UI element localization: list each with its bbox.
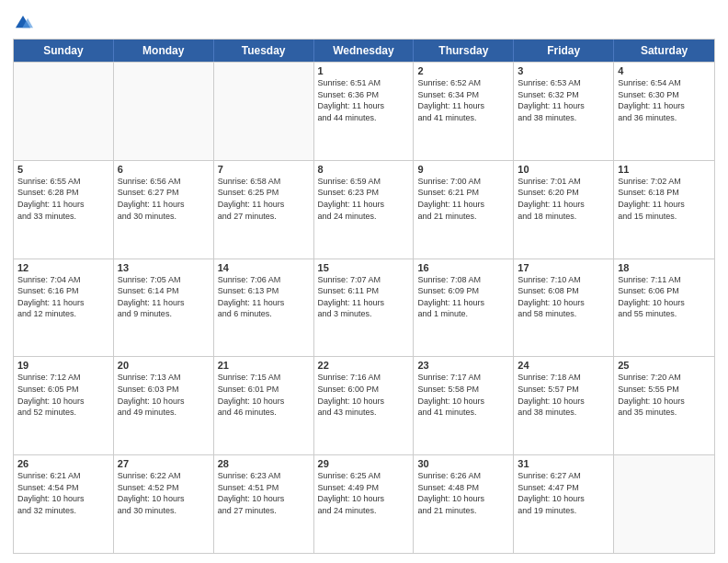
weekday-header-tuesday: Tuesday [214,40,314,62]
weekday-header-thursday: Thursday [414,40,514,62]
day-number: 11 [618,164,711,175]
day-info: Sunrise: 7:07 AM Sunset: 6:11 PM Dayligh… [318,274,410,320]
weekday-header-wednesday: Wednesday [314,40,415,62]
day-number: 28 [218,458,310,469]
day-info: Sunrise: 7:12 AM Sunset: 6:05 PM Dayligh… [17,372,109,418]
header [13,9,715,33]
day-number: 29 [318,458,410,469]
week-row-4: 19Sunrise: 7:12 AM Sunset: 6:05 PM Dayli… [14,356,714,454]
cal-cell [114,63,214,160]
cal-cell: 22Sunrise: 7:16 AM Sunset: 6:00 PM Dayli… [314,357,415,454]
day-number: 7 [218,164,310,175]
cal-cell: 1Sunrise: 6:51 AM Sunset: 6:36 PM Daylig… [314,63,415,160]
cal-cell: 16Sunrise: 7:08 AM Sunset: 6:09 PM Dayli… [414,259,514,357]
cal-cell [14,63,114,160]
day-info: Sunrise: 6:26 AM Sunset: 4:48 PM Dayligh… [417,470,509,516]
day-number: 27 [118,458,210,469]
week-row-5: 26Sunrise: 6:21 AM Sunset: 4:54 PM Dayli… [14,454,714,553]
day-number: 4 [618,65,711,76]
cal-cell: 19Sunrise: 7:12 AM Sunset: 6:05 PM Dayli… [14,357,114,454]
cal-cell: 18Sunrise: 7:11 AM Sunset: 6:06 PM Dayli… [614,259,714,357]
day-number: 23 [417,360,509,371]
cal-cell: 9Sunrise: 7:00 AM Sunset: 6:21 PM Daylig… [414,161,514,259]
day-number: 19 [17,360,109,371]
cal-cell: 14Sunrise: 7:06 AM Sunset: 6:13 PM Dayli… [214,259,314,357]
cal-cell: 24Sunrise: 7:18 AM Sunset: 5:57 PM Dayli… [514,357,614,454]
calendar-body: 1Sunrise: 6:51 AM Sunset: 6:36 PM Daylig… [14,62,714,553]
day-info: Sunrise: 7:01 AM Sunset: 6:20 PM Dayligh… [518,176,609,222]
day-number: 10 [518,164,609,175]
day-info: Sunrise: 6:22 AM Sunset: 4:52 PM Dayligh… [118,470,210,516]
day-number: 15 [318,262,410,273]
day-info: Sunrise: 7:04 AM Sunset: 6:16 PM Dayligh… [17,274,109,320]
week-row-3: 12Sunrise: 7:04 AM Sunset: 6:16 PM Dayli… [14,259,714,357]
day-info: Sunrise: 7:17 AM Sunset: 5:58 PM Dayligh… [417,372,509,418]
day-info: Sunrise: 6:53 AM Sunset: 6:32 PM Dayligh… [518,77,609,123]
cal-cell: 2Sunrise: 6:52 AM Sunset: 6:34 PM Daylig… [414,63,514,160]
day-info: Sunrise: 7:08 AM Sunset: 6:09 PM Dayligh… [417,274,509,320]
cal-cell: 3Sunrise: 6:53 AM Sunset: 6:32 PM Daylig… [514,63,614,160]
cal-cell: 28Sunrise: 6:23 AM Sunset: 4:51 PM Dayli… [214,455,314,553]
calendar-header-row: SundayMondayTuesdayWednesdayThursdayFrid… [14,40,714,62]
cal-cell: 26Sunrise: 6:21 AM Sunset: 4:54 PM Dayli… [14,455,114,553]
day-number: 1 [318,65,410,76]
day-info: Sunrise: 7:13 AM Sunset: 6:03 PM Dayligh… [118,372,210,418]
day-info: Sunrise: 7:10 AM Sunset: 6:08 PM Dayligh… [518,274,609,320]
day-info: Sunrise: 6:54 AM Sunset: 6:30 PM Dayligh… [618,77,711,123]
day-info: Sunrise: 6:55 AM Sunset: 6:28 PM Dayligh… [17,176,109,222]
day-info: Sunrise: 7:00 AM Sunset: 6:21 PM Dayligh… [417,176,509,222]
day-number: 6 [118,164,210,175]
cal-cell: 6Sunrise: 6:56 AM Sunset: 6:27 PM Daylig… [114,161,214,259]
day-number: 20 [118,360,210,371]
day-number: 24 [518,360,609,371]
day-info: Sunrise: 6:23 AM Sunset: 4:51 PM Dayligh… [218,470,310,516]
cal-cell: 8Sunrise: 6:59 AM Sunset: 6:23 PM Daylig… [314,161,415,259]
day-number: 14 [218,262,310,273]
day-info: Sunrise: 7:02 AM Sunset: 6:18 PM Dayligh… [618,176,711,222]
cal-cell: 7Sunrise: 6:58 AM Sunset: 6:25 PM Daylig… [214,161,314,259]
weekday-header-sunday: Sunday [14,40,114,62]
cal-cell: 17Sunrise: 7:10 AM Sunset: 6:08 PM Dayli… [514,259,614,357]
cal-cell: 11Sunrise: 7:02 AM Sunset: 6:18 PM Dayli… [614,161,714,259]
cal-cell [214,63,314,160]
day-info: Sunrise: 7:18 AM Sunset: 5:57 PM Dayligh… [518,372,609,418]
day-number: 3 [518,65,609,76]
day-number: 30 [417,458,509,469]
day-number: 25 [618,360,711,371]
cal-cell: 4Sunrise: 6:54 AM Sunset: 6:30 PM Daylig… [614,63,714,160]
cal-cell: 23Sunrise: 7:17 AM Sunset: 5:58 PM Dayli… [414,357,514,454]
cal-cell: 29Sunrise: 6:25 AM Sunset: 4:49 PM Dayli… [314,455,415,553]
day-info: Sunrise: 7:15 AM Sunset: 6:01 PM Dayligh… [218,372,310,418]
cal-cell: 31Sunrise: 6:27 AM Sunset: 4:47 PM Dayli… [514,455,614,553]
logo [13,13,36,33]
day-number: 12 [17,262,109,273]
day-number: 9 [417,164,509,175]
cal-cell: 20Sunrise: 7:13 AM Sunset: 6:03 PM Dayli… [114,357,214,454]
cal-cell: 5Sunrise: 6:55 AM Sunset: 6:28 PM Daylig… [14,161,114,259]
calendar: SundayMondayTuesdayWednesdayThursdayFrid… [13,39,715,554]
weekday-header-saturday: Saturday [614,40,714,62]
cal-cell: 12Sunrise: 7:04 AM Sunset: 6:16 PM Dayli… [14,259,114,357]
day-number: 2 [417,65,509,76]
day-number: 16 [417,262,509,273]
day-info: Sunrise: 7:20 AM Sunset: 5:55 PM Dayligh… [618,372,711,418]
day-info: Sunrise: 7:06 AM Sunset: 6:13 PM Dayligh… [218,274,310,320]
cal-cell: 30Sunrise: 6:26 AM Sunset: 4:48 PM Dayli… [414,455,514,553]
day-number: 22 [318,360,410,371]
cal-cell: 27Sunrise: 6:22 AM Sunset: 4:52 PM Dayli… [114,455,214,553]
day-number: 21 [218,360,310,371]
cal-cell: 25Sunrise: 7:20 AM Sunset: 5:55 PM Dayli… [614,357,714,454]
week-row-1: 1Sunrise: 6:51 AM Sunset: 6:36 PM Daylig… [14,62,714,160]
day-info: Sunrise: 6:51 AM Sunset: 6:36 PM Dayligh… [318,77,410,123]
weekday-header-friday: Friday [514,40,614,62]
day-info: Sunrise: 6:21 AM Sunset: 4:54 PM Dayligh… [17,470,109,516]
day-info: Sunrise: 6:27 AM Sunset: 4:47 PM Dayligh… [518,470,609,516]
day-info: Sunrise: 7:16 AM Sunset: 6:00 PM Dayligh… [318,372,410,418]
weekday-header-monday: Monday [114,40,214,62]
cal-cell: 15Sunrise: 7:07 AM Sunset: 6:11 PM Dayli… [314,259,415,357]
page: SundayMondayTuesdayWednesdayThursdayFrid… [0,0,728,563]
day-info: Sunrise: 7:11 AM Sunset: 6:06 PM Dayligh… [618,274,711,320]
cal-cell: 13Sunrise: 7:05 AM Sunset: 6:14 PM Dayli… [114,259,214,357]
day-info: Sunrise: 6:52 AM Sunset: 6:34 PM Dayligh… [417,77,509,123]
day-info: Sunrise: 7:05 AM Sunset: 6:14 PM Dayligh… [118,274,210,320]
